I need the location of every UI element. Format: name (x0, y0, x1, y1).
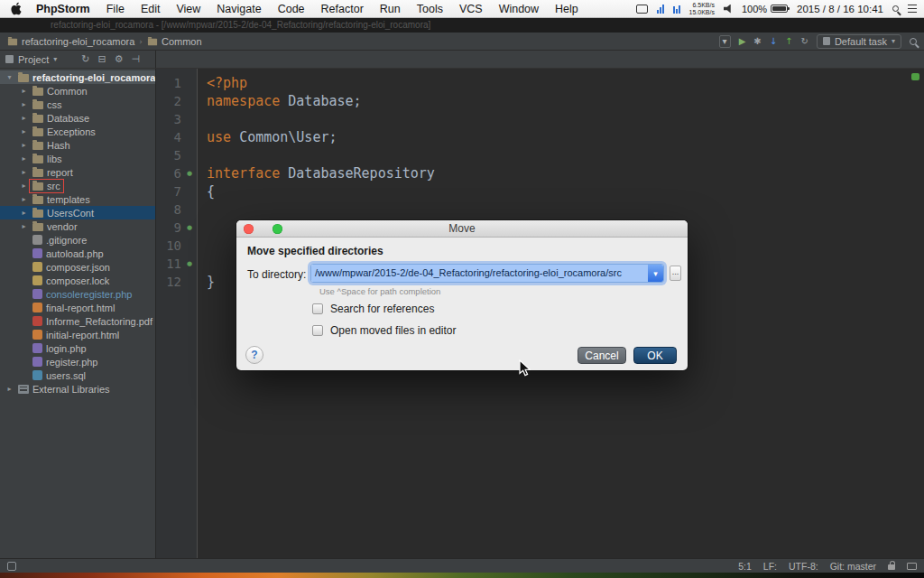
expander-icon[interactable]: ▾ (4, 73, 15, 81)
sync-icon[interactable]: ↻ (81, 51, 89, 68)
tree-item-register-php[interactable]: register.php (0, 355, 155, 368)
collapse-all-icon[interactable]: ⊟ (97, 51, 106, 68)
vcs-update-icon[interactable]: ↓ (770, 36, 777, 47)
help-button[interactable]: ? (245, 346, 263, 364)
tree-item-autoload-php[interactable]: autoload.php (0, 247, 155, 260)
menu-view[interactable]: View (168, 0, 208, 18)
apple-menu-icon[interactable] (11, 2, 23, 15)
close-icon[interactable] (244, 224, 254, 234)
run-config-combo[interactable]: ▾ (719, 35, 731, 48)
menu-run[interactable]: Run (372, 0, 409, 18)
expander-icon[interactable]: ▸ (18, 100, 30, 108)
tree-item-composer-json[interactable]: composer.json (0, 260, 155, 274)
directory-combobox[interactable]: /www/mpwar/2015-2/de-04_Refactoring/refa… (310, 264, 664, 283)
code-line: 2namespace Database; (156, 92, 924, 110)
menu-code[interactable]: Code (270, 0, 313, 18)
lock-icon[interactable] (888, 564, 895, 570)
menu-window[interactable]: Window (491, 0, 547, 18)
tree-item-report[interactable]: ▸report (0, 165, 155, 179)
expander-icon[interactable]: ▸ (18, 127, 30, 135)
keyboard-layout-icon[interactable] (636, 5, 648, 14)
expander-icon[interactable]: ▸ (18, 195, 30, 203)
tree-item-hash[interactable]: ▸Hash (0, 138, 155, 152)
menu-file[interactable]: File (98, 0, 133, 18)
tree-item-users-sql[interactable]: users.sql (0, 368, 155, 382)
zoom-icon[interactable] (273, 224, 282, 234)
tree-item-exceptions[interactable]: ▸Exceptions (0, 125, 155, 138)
tree-item-gitignore[interactable]: .gitignore (0, 233, 155, 247)
menu-phpstorm[interactable]: PhpStorm (28, 0, 98, 18)
expander-icon[interactable]: ▸ (18, 141, 30, 149)
checkbox-icon[interactable] (312, 303, 323, 314)
coverage-icon[interactable]: ✱ (753, 36, 761, 47)
breadcrumb-item-refactoring-eloi-rocamora[interactable]: refactoring-eloi_rocamora (7, 36, 134, 47)
tree-item-content: Informe_Refactoring.pdf (30, 315, 155, 328)
toolwindow-toggle-icon[interactable] (7, 562, 16, 571)
statusbar-item-2[interactable]: UTF-8: (789, 561, 818, 572)
tree-item-external-libraries[interactable]: ▸External Libraries (0, 382, 155, 396)
menu-help[interactable]: Help (547, 0, 587, 18)
tree-item-vendor[interactable]: ▸vendor (0, 219, 155, 233)
cpu-monitor-icon[interactable] (657, 5, 664, 14)
menu-edit[interactable]: Edit (133, 0, 169, 18)
network-speed-indicator[interactable]: 6.5KB/s 15.0KB/s (689, 2, 715, 16)
tree-item-userscont[interactable]: ▸UsersCont (0, 206, 155, 219)
hide-panel-icon[interactable]: ⊣ (132, 51, 141, 68)
dialog-titlebar[interactable]: Move (236, 220, 688, 238)
cancel-button[interactable]: Cancel (578, 347, 626, 364)
breadcrumb-item-common[interactable]: Common (147, 36, 202, 47)
settings-icon[interactable]: ⚙ (115, 51, 124, 68)
run-icon[interactable]: ▶ (739, 36, 746, 47)
tree-item-login-php[interactable]: login.php (0, 341, 155, 355)
screen-icon[interactable] (907, 563, 917, 570)
expander-icon[interactable]: ▸ (18, 222, 30, 230)
tree-item-composer-lock[interactable]: composer.lock (0, 274, 155, 287)
project-panel-title[interactable]: Project (18, 54, 49, 65)
combo-dropdown-icon[interactable]: ▾ (648, 265, 663, 282)
tree-item-initial-report-html[interactable]: initial-report.html (0, 328, 155, 341)
volume-icon[interactable] (724, 5, 733, 14)
vcs-log-icon[interactable]: ↻ (801, 36, 808, 47)
notification-center-icon[interactable] (908, 5, 917, 13)
tree-item-informe-refactoring-pdf[interactable]: Informe_Refactoring.pdf (0, 314, 155, 328)
ok-button[interactable]: OK (633, 347, 677, 364)
expander-icon[interactable]: ▸ (18, 114, 30, 122)
tree-item-label: composer.lock (46, 275, 109, 287)
tree-item-database[interactable]: ▸Database (0, 111, 155, 125)
menubar-clock[interactable]: 2015 / 8 / 16 10:41 (797, 4, 883, 14)
spotlight-icon[interactable] (892, 5, 899, 12)
checkbox-icon[interactable] (312, 325, 323, 336)
tree-item-consoleregister-php[interactable]: consoleregister.php (0, 287, 155, 301)
tree-item-libs[interactable]: ▸libs (0, 152, 155, 165)
statusbar-item-3[interactable]: Git: master (830, 561, 876, 572)
tree-item-refactoring-eloi-rocamora[interactable]: ▾refactoring-eloi_rocamora (0, 70, 155, 84)
tree-item-final-report-html[interactable]: final-report.html (0, 301, 155, 314)
menu-vcs[interactable]: VCS (451, 0, 491, 18)
vcs-commit-icon[interactable]: ↑ (785, 36, 792, 47)
expander-icon[interactable]: ▸ (18, 154, 30, 163)
tree-item-common[interactable]: ▸Common (0, 84, 155, 98)
expander-icon[interactable]: ▸ (18, 87, 30, 95)
expander-icon[interactable]: ▸ (4, 385, 15, 393)
tree-item-src[interactable]: ▸src (0, 179, 155, 192)
checkbox-search-for-references[interactable]: Search for references (312, 303, 434, 315)
statusbar-item-1[interactable]: LF: (763, 561, 777, 572)
menu-navigate[interactable]: Navigate (208, 0, 269, 18)
directory-path-value[interactable]: /www/mpwar/2015-2/de-04_Refactoring/refa… (311, 265, 648, 282)
expander-icon[interactable]: ▸ (18, 209, 30, 217)
statusbar-item-0[interactable]: 5:1 (738, 561, 752, 572)
menu-tools[interactable]: Tools (409, 0, 451, 18)
inspection-status-icon[interactable] (911, 73, 919, 80)
tree-item-css[interactable]: ▸css (0, 98, 155, 111)
chevron-down-icon[interactable]: ▾ (53, 55, 57, 63)
expander-icon[interactable]: ▸ (18, 182, 30, 190)
browse-button[interactable]: ... (670, 266, 681, 281)
expander-icon[interactable]: ▸ (18, 168, 30, 176)
menu-refactor[interactable]: Refactor (313, 0, 372, 18)
battery-indicator[interactable]: 100% (742, 4, 788, 14)
memory-monitor-icon[interactable] (673, 5, 680, 14)
tree-item-templates[interactable]: ▸templates (0, 192, 155, 206)
checkbox-open-moved-files-in-editor[interactable]: Open moved files in editor (312, 324, 456, 337)
task-combo[interactable]: Default task ▾ (817, 34, 901, 49)
search-everywhere-icon[interactable] (910, 38, 917, 45)
